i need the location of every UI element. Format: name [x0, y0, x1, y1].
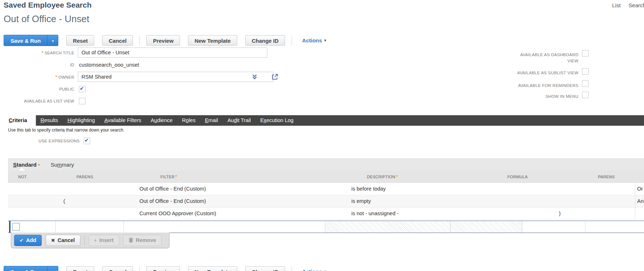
- cell-andor: And: [622, 195, 644, 207]
- actions-menu[interactable]: Actions▾: [302, 268, 326, 271]
- cell-description: is empty: [340, 195, 476, 207]
- subtab-summary[interactable]: Summary: [51, 159, 74, 171]
- column-header-description: DESCRIPTION*: [361, 171, 492, 183]
- actions-menu[interactable]: Actions▾: [302, 37, 326, 43]
- toolbar-divider: [139, 267, 140, 271]
- preview-button[interactable]: Preview: [146, 35, 180, 46]
- cancel-button[interactable]: Cancel: [102, 35, 133, 46]
- cell-andor: [622, 208, 644, 220]
- active-subtab-bullet-icon: •: [38, 162, 40, 168]
- owner-input[interactable]: [78, 72, 273, 82]
- available-as-dashboard-view-label: AVAILABLE AS DASHBOARD VIEW: [515, 52, 578, 64]
- tab-email[interactable]: Email: [200, 115, 223, 126]
- cell-description: is not - unassigned -: [340, 208, 476, 220]
- use-expressions-label: USE EXPRESSIONS: [0, 139, 80, 143]
- chevron-down-icon: ▾: [324, 269, 326, 271]
- use-expressions-checkbox[interactable]: ✔: [84, 138, 90, 144]
- edit-cell-filter[interactable]: [124, 221, 325, 233]
- remove-button[interactable]: Remove: [123, 235, 162, 246]
- trash-icon: [129, 237, 133, 243]
- toolbar-divider: [292, 267, 292, 271]
- owner-row: *OWNER: [0, 72, 267, 82]
- check-icon: ✔: [20, 238, 24, 243]
- insert-button[interactable]: + Insert: [89, 235, 119, 246]
- utility-link-search[interactable]: Search: [628, 2, 644, 8]
- reset-button[interactable]: Reset: [66, 35, 94, 46]
- cell-formula: [476, 183, 548, 195]
- public-row: PUBLIC ✔: [0, 86, 85, 92]
- public-checkbox[interactable]: ✔: [79, 86, 85, 92]
- x-icon: ✖: [51, 238, 55, 243]
- utility-link-list[interactable]: List: [612, 2, 620, 8]
- save-run-dropdown-button[interactable]: ▼: [47, 35, 58, 46]
- cancel-line-button[interactable]: ✖ Cancel: [46, 235, 80, 246]
- new-template-button[interactable]: New Template: [188, 266, 237, 271]
- criteria-row-2[interactable]: (Out of Office - End (Custom)is emptyAnd: [8, 195, 644, 208]
- tab-hint: Use this tab to specify criteria that na…: [8, 128, 124, 133]
- change-id-button[interactable]: Change ID: [245, 266, 285, 271]
- owner-dropdown-chevrons-icon[interactable]: [252, 74, 257, 80]
- save-run-button[interactable]: Save & Run: [4, 266, 47, 271]
- save-run-dropdown-button[interactable]: ▼: [47, 266, 58, 271]
- criteria-edit-row: [8, 221, 644, 233]
- preview-button[interactable]: Preview: [146, 266, 180, 271]
- open-record-icon[interactable]: [271, 73, 279, 80]
- chevron-down-icon: ▾: [324, 38, 326, 43]
- available-as-list-view-row: AVAILABLE AS LIST VIEW ✔: [0, 98, 85, 104]
- record-name: Out of Office - Unset: [4, 13, 89, 25]
- toolbar-divider: [139, 36, 140, 45]
- criteria-table-body: Out of Office - End (Custom)is before to…: [8, 183, 644, 220]
- required-marker: *: [396, 174, 398, 179]
- actions-label: Actions: [302, 268, 322, 271]
- cell-filter: Out of Office - End (Custom): [131, 195, 340, 207]
- cancel-button[interactable]: Cancel: [102, 266, 133, 271]
- owner-field: [78, 72, 267, 82]
- tab-results[interactable]: Results: [36, 115, 63, 126]
- edit-cell-andor: [585, 221, 644, 233]
- criteria-subtab-strip: Standard•Summary: [8, 158, 644, 171]
- search-title-input[interactable]: [78, 47, 267, 58]
- available-as-list-view-label: AVAILABLE AS LIST VIEW: [4, 99, 74, 103]
- utility-nav: ListSearch: [612, 2, 644, 8]
- checkmark-icon: ✔: [84, 137, 89, 143]
- criteria-row-3[interactable]: Current OOO Approver (Custom)is not - un…: [8, 208, 644, 220]
- show-in-menu-checkbox[interactable]: ✔: [582, 92, 589, 98]
- available-as-sublist-view-label: AVAILABLE AS SUBLIST VIEW: [492, 70, 578, 76]
- new-template-button[interactable]: New Template: [188, 35, 237, 46]
- available-as-sublist-view-checkbox[interactable]: ✔: [582, 68, 589, 75]
- available-as-list-view-checkbox[interactable]: ✔: [79, 98, 85, 104]
- active-subtab-pointer: [19, 168, 25, 171]
- reset-button[interactable]: Reset: [66, 266, 94, 271]
- cell-parens2: [548, 195, 622, 207]
- add-button[interactable]: ✔ Add: [14, 235, 42, 246]
- criteria-table-header: NOTPARENSFILTER*DESCRIPTION*FORMULAPAREN…: [8, 171, 644, 183]
- change-id-button[interactable]: Change ID: [245, 35, 285, 46]
- cell-parens2: [548, 183, 622, 195]
- available-for-reminders-checkbox[interactable]: ✔: [582, 80, 589, 87]
- tab-audit-trail[interactable]: Audit Trail: [223, 115, 256, 126]
- checkmark-icon: ✔: [80, 86, 84, 91]
- plus-icon: +: [94, 238, 97, 243]
- required-marker: *: [55, 74, 57, 80]
- owner-label: *OWNER: [4, 74, 74, 80]
- tab-audience[interactable]: Audience: [146, 115, 177, 126]
- tab-criteria[interactable]: Criteria: [0, 115, 36, 126]
- subtab-standard[interactable]: Standard•: [13, 159, 40, 171]
- save-run-button[interactable]: Save & Run: [4, 35, 47, 46]
- id-label: ID: [4, 63, 74, 67]
- toolbar-top: Save & Run▼ResetCancelPreviewNew Templat…: [4, 34, 326, 46]
- cell-formula: [476, 195, 548, 207]
- tab-available-filters[interactable]: Available Filters: [100, 115, 146, 126]
- edit-row-not-checkbox[interactable]: [12, 223, 20, 231]
- save-run-split: Save & Run▼: [4, 35, 58, 46]
- tab-execution-log[interactable]: Execution Log: [255, 115, 298, 126]
- search-title-row: *SEARCH TITLE: [0, 47, 267, 58]
- page-title: Saved Employee Search: [4, 1, 92, 9]
- criteria-row-1[interactable]: Out of Office - End (Custom)is before to…: [8, 183, 644, 195]
- cell-parens1: [55, 183, 131, 195]
- tab-highlighting[interactable]: Highlighting: [63, 115, 100, 126]
- saved-search-page: Saved Employee Search Out of Office - Un…: [0, 0, 644, 271]
- required-marker: *: [41, 50, 43, 55]
- available-as-dashboard-view-checkbox[interactable]: ✔: [582, 50, 589, 57]
- tab-roles[interactable]: Roles: [177, 115, 200, 126]
